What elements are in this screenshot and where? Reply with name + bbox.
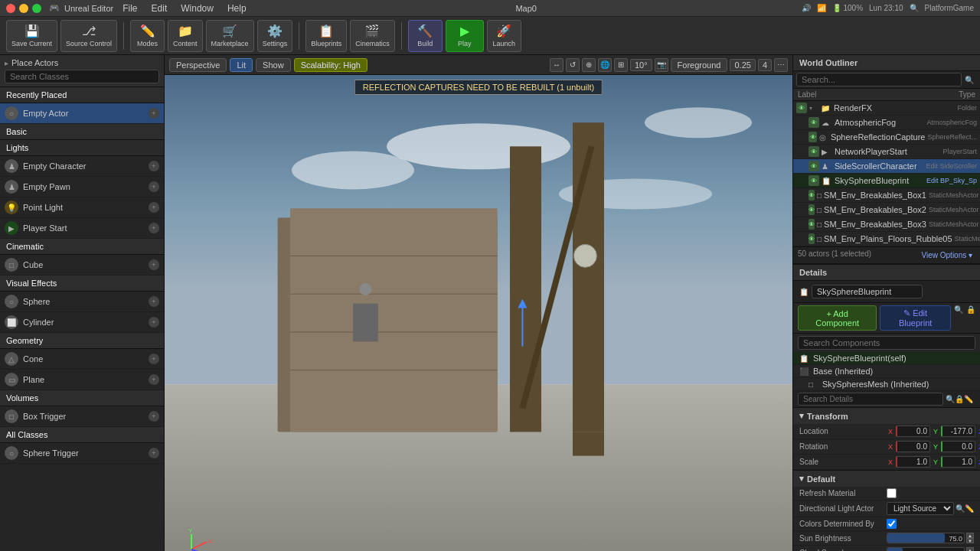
marketplace-button[interactable]: 🛒 Marketplace (206, 20, 254, 52)
actor-item-cube[interactable]: □ Cube + (0, 255, 164, 276)
minimize-button[interactable] (19, 4, 28, 13)
add-component-btn[interactable]: + Add Component (798, 305, 877, 331)
actor-item-box-trigger[interactable]: □ Box Trigger + (0, 406, 164, 427)
actor-add-player-btn[interactable]: + (149, 223, 159, 233)
actor-add-plane-btn[interactable]: + (149, 374, 159, 385)
menu-window[interactable]: Window (176, 3, 218, 14)
scale-icon[interactable]: ⊕ (582, 58, 596, 72)
actor-item-player-start[interactable]: ▶ Player Start + (0, 218, 164, 239)
camera-speed-icon[interactable]: 📷 (655, 58, 668, 72)
tree-item-sm-box2[interactable]: 👁 □ SM_Env_Breakables_Box2 StaticMeshAct… (793, 203, 980, 217)
build-button[interactable]: 🔨 Build (408, 20, 443, 52)
screen-pct[interactable]: 4 (758, 59, 772, 71)
vis-icon-renderfx[interactable]: 👁 (796, 103, 807, 113)
sun-brightness-slider[interactable]: 75.0 (887, 533, 965, 543)
expand-renderfx[interactable]: ▾ (809, 105, 818, 112)
actor-item-empty-actor[interactable]: ○ Empty Actor + (0, 103, 164, 124)
sun-spin[interactable]: ▲ ▼ (966, 533, 974, 543)
edit-blueprint-btn[interactable]: ✎ Edit Blueprint (880, 305, 951, 331)
all-classes-header[interactable]: All Classes (0, 427, 164, 443)
transform-section-title[interactable]: ▾ Transform (793, 408, 980, 424)
tree-item-sphere-reflect[interactable]: 👁 ◎ SphereReflectionCapture SphereReflec… (793, 130, 980, 145)
component-base-item[interactable]: ⬛ Base (Inherited) (793, 365, 980, 378)
vis-icon-sphere-reflect[interactable]: 👁 (808, 132, 817, 142)
basic-header[interactable]: Basic (0, 124, 164, 140)
blueprints-button[interactable]: 📋 Blueprints (305, 20, 347, 52)
world-outliner-search[interactable] (796, 73, 962, 86)
scale-y-input[interactable] (941, 456, 975, 468)
search-classes-input[interactable] (5, 70, 159, 83)
viewport-scene[interactable]: REFLECTION CAPTURES NEED TO BE REBUILT (… (165, 75, 792, 551)
rotate-icon[interactable]: ↺ (566, 58, 580, 72)
content-button[interactable]: 📁 Content (168, 20, 203, 52)
lit-btn[interactable]: Lit (230, 58, 253, 72)
fov-value[interactable]: 0.25 (730, 59, 755, 71)
snap-icon[interactable]: ⊞ (614, 58, 628, 72)
tree-item-renderfx[interactable]: 👁 ▾ 📁 RenderFX Folder (793, 101, 980, 116)
tree-item-network-player[interactable]: 👁 ▶ NetworkPlayerStart PlayerStart (793, 145, 980, 159)
tree-item-sm-box1[interactable]: 👁 □ SM_Env_Breakables_Box1 StaticMeshAct… (793, 188, 980, 203)
tree-item-sm-box3[interactable]: 👁 □ SM_Env_Breakables_Box3 StaticMeshAct… (793, 217, 980, 232)
cloud-speed-slider[interactable]: 2.0 (887, 547, 965, 551)
translate-icon[interactable]: ↔ (550, 58, 564, 72)
vis-icon-sky[interactable]: 👁 (808, 175, 819, 186)
component-mesh-item[interactable]: □ SkySpheresMesh (Inherited) (793, 378, 980, 391)
recently-placed-header[interactable]: Recently Placed (0, 87, 164, 103)
rot-x-input[interactable] (896, 441, 930, 452)
vis-icon-np[interactable]: 👁 (808, 146, 819, 157)
actor-add-pawn-btn[interactable]: + (149, 181, 159, 192)
tree-item-atmos[interactable]: 👁 ☁ AtmosphericFog AtmosphericFog (793, 116, 980, 130)
rot-y-input[interactable] (941, 441, 975, 452)
world-local-icon[interactable]: 🌐 (598, 58, 612, 72)
vis-icon-floor[interactable]: 👁 (808, 233, 815, 244)
perspective-btn[interactable]: Perspective (169, 58, 227, 72)
actor-item-empty-pawn[interactable]: ♟ Empty Pawn + (0, 177, 164, 197)
menu-file[interactable]: File (118, 3, 142, 14)
actor-add-cube-btn[interactable]: + (149, 259, 159, 270)
settings-button[interactable]: ⚙️ Settings (257, 20, 293, 52)
search-details-input[interactable] (798, 393, 943, 406)
volumes-header[interactable]: Volumes (0, 390, 164, 406)
viewport-options-icon[interactable]: ⋯ (774, 58, 788, 72)
vis-icon-ss[interactable]: 👁 (808, 161, 819, 171)
search-components-input[interactable] (798, 336, 975, 350)
actor-add-btn[interactable]: + (149, 108, 159, 119)
actor-item-empty-character[interactable]: ♟ Empty Character + (0, 156, 164, 177)
snap-value[interactable]: 10° (630, 59, 652, 71)
colors-checkbox[interactable] (887, 519, 897, 529)
cloud-spin[interactable]: ▲ ▼ (966, 547, 974, 551)
actor-item-plane[interactable]: ▭ Plane + (0, 370, 164, 390)
maximize-button[interactable] (32, 4, 41, 13)
actor-item-cylinder[interactable]: ⬜ Cylinder + (0, 312, 164, 333)
view-options-btn[interactable]: View Options ▾ (918, 249, 975, 261)
viewport[interactable]: Perspective Lit Show Scalability: High ↔… (165, 55, 792, 551)
save-current-button[interactable]: 💾 Save Current (6, 20, 57, 52)
refresh-material-checkbox[interactable] (887, 488, 897, 498)
loc-x-input[interactable] (896, 425, 930, 437)
scale-x-input[interactable] (896, 456, 930, 468)
actor-add-box-btn[interactable]: + (149, 411, 159, 422)
show-btn[interactable]: Show (256, 58, 291, 72)
menu-help[interactable]: Help (223, 3, 251, 14)
vis-icon-box2[interactable]: 👁 (808, 204, 815, 215)
cinematic-header[interactable]: Cinematic (0, 239, 164, 255)
actor-add-cone-btn[interactable]: + (149, 354, 159, 364)
actor-add-cyl-btn[interactable]: + (149, 317, 159, 328)
vis-icon-box1[interactable]: 👁 (808, 190, 815, 201)
window-controls[interactable] (6, 4, 41, 13)
actor-add-light-btn[interactable]: + (149, 202, 159, 213)
tree-item-side-scroller[interactable]: 👁 ♟ SideScrollerCharacter Edit SideScrol… (793, 159, 980, 174)
visual-effects-header[interactable]: Visual Effects (0, 276, 164, 292)
cinematics-button[interactable]: 🎬 Cinematics (350, 20, 395, 52)
tree-item-sm-floors[interactable]: 👁 □ SM_Env_Plains_Floors_Rubble05 Static… (793, 232, 980, 246)
loc-y-input[interactable] (941, 425, 975, 437)
actor-add-sphere-btn[interactable]: + (149, 296, 159, 307)
actor-item-sphere[interactable]: ○ Sphere + (0, 292, 164, 312)
component-name-input[interactable] (812, 285, 923, 298)
foreground-btn[interactable]: Foreground (671, 58, 728, 72)
play-button[interactable]: ▶ Play (446, 20, 484, 52)
geometry-header[interactable]: Geometry (0, 333, 164, 349)
actor-item-sphere-trigger[interactable]: ○ Sphere Trigger + (0, 443, 164, 464)
actor-add-sph-btn[interactable]: + (149, 448, 159, 458)
close-button[interactable] (6, 4, 15, 13)
